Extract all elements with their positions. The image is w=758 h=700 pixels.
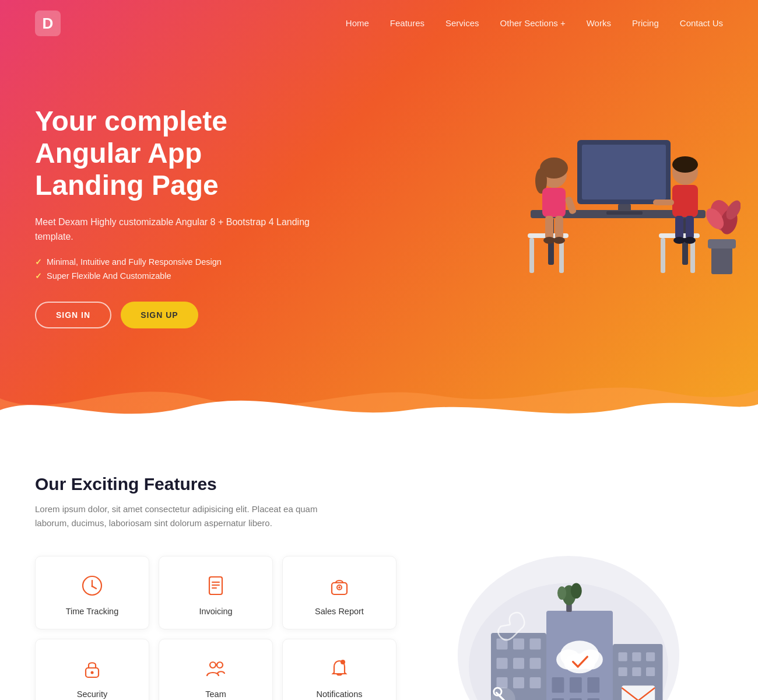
svg-point-39 xyxy=(92,585,93,587)
svg-rect-76 xyxy=(619,652,627,661)
feature-label-sales-report: Sales Report xyxy=(315,607,364,616)
feature-label-team: Team xyxy=(205,690,226,699)
building-illustration xyxy=(458,556,679,700)
svg-rect-63 xyxy=(530,677,541,688)
svg-rect-56 xyxy=(513,638,524,649)
svg-rect-80 xyxy=(632,667,641,676)
svg-rect-6 xyxy=(606,211,643,215)
svg-point-68 xyxy=(564,653,595,673)
nav-contact[interactable]: Contact Us xyxy=(680,18,723,28)
svg-point-49 xyxy=(91,671,94,674)
svg-rect-31 xyxy=(708,239,736,249)
svg-rect-60 xyxy=(530,658,541,669)
svg-rect-81 xyxy=(646,667,655,676)
svg-rect-82 xyxy=(622,685,655,700)
hero-buttons: SIGN IN SIGN UP xyxy=(35,302,315,328)
hero-feature-2: Super Flexible And Customizable xyxy=(35,271,315,281)
features-section: Our Exciting Features Lorem ipsum dolor,… xyxy=(0,433,758,700)
nav-other-sections[interactable]: Other Sections + xyxy=(500,18,566,28)
features-grid-row: Time Tracking Invoicing xyxy=(35,556,723,700)
svg-rect-59 xyxy=(513,658,524,669)
logo-letter: D xyxy=(43,15,54,33)
svg-point-51 xyxy=(217,662,223,668)
hero-illustration xyxy=(461,47,741,303)
clock-icon xyxy=(79,573,105,598)
nav-services[interactable]: Services xyxy=(445,18,479,28)
nav-home[interactable]: Home xyxy=(346,18,369,28)
team-icon xyxy=(203,656,229,681)
svg-point-88 xyxy=(571,583,582,598)
svg-point-50 xyxy=(210,662,216,668)
svg-rect-69 xyxy=(552,677,564,693)
lock-icon xyxy=(79,656,105,681)
feature-card-sales-report[interactable]: Sales Report xyxy=(282,556,396,629)
svg-rect-29 xyxy=(653,200,674,205)
signin-button[interactable]: SIGN IN xyxy=(35,302,111,328)
svg-rect-71 xyxy=(587,677,599,693)
svg-point-52 xyxy=(341,660,345,664)
svg-rect-58 xyxy=(497,658,508,669)
document-icon xyxy=(203,573,229,598)
logo[interactable]: D xyxy=(35,10,61,36)
nav-works[interactable]: Works xyxy=(587,18,611,28)
svg-rect-20 xyxy=(661,238,665,273)
svg-point-17 xyxy=(553,237,565,244)
svg-rect-14 xyxy=(545,216,553,239)
svg-point-23 xyxy=(672,156,698,173)
svg-rect-4 xyxy=(582,145,666,200)
hero-feature-1: Minimal, Intuitive and Fully Responsive … xyxy=(35,257,315,267)
feature-label-security: Security xyxy=(77,690,107,699)
hero-title: Your complete Angular App Landing Page xyxy=(35,105,315,202)
hero-content: Your complete Angular App Landing Page M… xyxy=(0,47,350,363)
nav-features[interactable]: Features xyxy=(390,18,424,28)
feature-label-time-tracking: Time Tracking xyxy=(66,607,119,616)
svg-rect-70 xyxy=(570,677,582,693)
navbar: D Home Features Services Other Sections … xyxy=(0,0,758,47)
svg-rect-15 xyxy=(555,216,563,239)
hero-subtitle: Meet Dexam Highly customizable Angular 8… xyxy=(35,215,315,244)
feature-card-security[interactable]: Security xyxy=(35,639,149,700)
features-subtitle: Lorem ipsum dolor, sit amet consectetur … xyxy=(35,502,327,530)
svg-rect-8 xyxy=(529,238,534,273)
features-title: Our Exciting Features xyxy=(35,474,723,494)
svg-rect-79 xyxy=(619,667,627,676)
signup-button[interactable]: SIGN UP xyxy=(121,302,198,328)
features-cards-area: Time Tracking Invoicing xyxy=(35,556,396,700)
svg-rect-13 xyxy=(542,188,566,217)
feature-label-notifications: Notifications xyxy=(317,690,363,699)
svg-rect-30 xyxy=(711,245,732,274)
svg-rect-78 xyxy=(646,652,655,661)
hero-section: Your complete Angular App Landing Page M… xyxy=(0,0,758,433)
svg-rect-5 xyxy=(618,204,631,211)
bell-icon xyxy=(327,656,352,681)
feature-cards-row1: Time Tracking Invoicing xyxy=(35,556,396,629)
nav-pricing[interactable]: Pricing xyxy=(632,18,659,28)
feature-card-team[interactable]: Team xyxy=(159,639,273,700)
nav-links: Home Features Services Other Sections + … xyxy=(346,18,723,29)
feature-label-invoicing: Invoicing xyxy=(199,607,232,616)
svg-rect-77 xyxy=(632,652,641,661)
features-illustration-area xyxy=(396,556,723,700)
svg-point-89 xyxy=(557,586,566,600)
svg-rect-26 xyxy=(686,216,694,239)
bag-icon xyxy=(327,573,352,598)
feature-card-invoicing[interactable]: Invoicing xyxy=(159,556,273,629)
feature-card-time-tracking[interactable]: Time Tracking xyxy=(35,556,149,629)
svg-rect-61 xyxy=(497,677,508,688)
svg-point-28 xyxy=(684,237,696,244)
feature-cards-row2: Security Team xyxy=(35,639,396,700)
svg-rect-62 xyxy=(513,677,524,688)
feature-card-notifications[interactable]: Notifications xyxy=(282,639,396,700)
svg-rect-24 xyxy=(672,185,698,217)
svg-point-27 xyxy=(673,237,685,244)
svg-rect-25 xyxy=(675,216,683,239)
hero-features-list: Minimal, Intuitive and Fully Responsive … xyxy=(35,257,315,281)
svg-rect-57 xyxy=(530,638,541,649)
